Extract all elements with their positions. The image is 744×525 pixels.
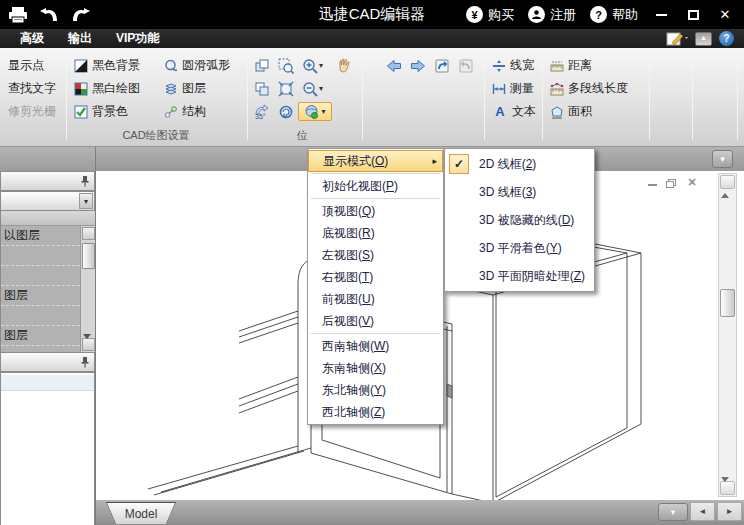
bw-drawing-button[interactable]: 黑白绘图	[74, 79, 140, 98]
property-row[interactable]	[1, 266, 80, 286]
property-row[interactable]: 图层	[1, 326, 80, 346]
minimize-button[interactable]	[652, 6, 670, 24]
zoom-in-button[interactable]: ▾	[300, 56, 332, 75]
print-icon[interactable]	[8, 6, 28, 24]
structure-button[interactable]: 结构	[164, 102, 206, 121]
vscroll-down-button[interactable]	[720, 481, 735, 495]
next-view-icon[interactable]	[408, 56, 428, 75]
bw-drawing-icon	[74, 82, 88, 96]
layout-tab-bar: Model ▾ ◄ ►	[96, 500, 744, 525]
redo-icon[interactable]	[70, 6, 92, 24]
undo-icon[interactable]	[38, 6, 60, 24]
copy-objects-icon[interactable]	[252, 56, 272, 75]
menu-item-P[interactable]: 初始化视图(P)	[308, 175, 443, 197]
menu-item-S[interactable]: 左视图(S)	[308, 244, 443, 266]
menu-item-Z[interactable]: 西北轴侧(Z)	[308, 401, 443, 423]
measure-button[interactable]: 测量	[492, 79, 534, 98]
menu-item-T[interactable]: 右视图(T)	[308, 266, 443, 288]
quick-access-toolbar	[0, 6, 92, 24]
question-icon: ?	[590, 6, 607, 23]
selection-combobox[interactable]: ▾	[0, 191, 95, 211]
svg-text:35°: 35°	[255, 113, 266, 120]
show-points-button[interactable]: 显示点	[8, 56, 44, 75]
tabbar-collapse-icon[interactable]: ▾	[658, 503, 688, 521]
submenu-item-3[interactable]: 3D 线框(3)	[445, 178, 594, 206]
zoom-previous-icon[interactable]	[276, 102, 296, 121]
scroll-thumb[interactable]	[82, 243, 95, 269]
help-button[interactable]: ? 帮助	[590, 6, 638, 24]
area-button[interactable]: 面积	[550, 102, 592, 121]
zoom-out-button[interactable]: ▾	[300, 79, 332, 98]
canvas-collapse-icon[interactable]: ▾	[712, 150, 733, 168]
yuan-icon: ¥	[466, 6, 483, 23]
menu-item-O[interactable]: 显示模式(O)▸	[308, 150, 443, 172]
second-panel-header[interactable]	[0, 352, 95, 372]
menu-advanced[interactable]: 高级	[8, 29, 56, 48]
text-icon: A	[492, 104, 508, 119]
doc-minimize-icon[interactable]	[645, 176, 659, 188]
rotate-35-icon[interactable]: 35°	[252, 102, 272, 121]
menu-vip[interactable]: VIP功能	[104, 29, 171, 48]
submenu-item-2[interactable]: ✓2D 线框(2)	[445, 150, 594, 178]
menu-item-R[interactable]: 底视图(R)	[308, 222, 443, 244]
property-row[interactable]	[1, 306, 80, 326]
property-row[interactable]: 图层	[1, 286, 80, 306]
properties-panel-header[interactable]	[0, 171, 95, 191]
distance-button[interactable]: 距离	[550, 56, 592, 75]
polyline-length-button[interactable]: 多段线长度	[550, 79, 628, 98]
edit-note-icon[interactable]	[666, 31, 688, 46]
display-mode-submenu: ✓2D 线框(2)3D 线框(3)3D 被隐藏的线(D)3D 平滑着色(Y)3D…	[444, 148, 595, 292]
pin-icon[interactable]	[80, 356, 90, 368]
vscroll-thumb[interactable]	[720, 289, 735, 317]
menu-item-U[interactable]: 前视图(U)	[308, 288, 443, 310]
zoom-window-icon[interactable]	[276, 56, 296, 75]
pin-icon[interactable]	[80, 175, 90, 187]
scroll-down-button[interactable]	[82, 338, 95, 351]
restore-view-icon[interactable]	[432, 56, 452, 75]
close-button[interactable]: ✕	[716, 6, 734, 24]
hscroll-left-button[interactable]: ◄	[690, 502, 715, 521]
maximize-button[interactable]	[684, 6, 702, 24]
ribbon: 显示点 查找文字 修剪光栅 黑色背景 黑白绘图 背景色 圆滑弧形 图层 结构 C…	[0, 48, 744, 147]
layers-icon	[164, 82, 178, 96]
background-color-button[interactable]: 背景色	[74, 102, 128, 121]
scroll-up-button[interactable]	[82, 227, 95, 240]
buy-button[interactable]: ¥ 购买	[466, 6, 514, 24]
menu-output[interactable]: 输出	[56, 29, 104, 48]
help-icon[interactable]: ?	[719, 31, 734, 46]
property-row[interactable]: 以图层	[1, 226, 80, 246]
menu-item-V[interactable]: 后视图(V)	[308, 310, 443, 332]
collapse-ribbon-icon[interactable]: ▾	[695, 32, 712, 46]
find-text-button[interactable]: 查找文字	[8, 79, 56, 98]
previous-view-icon[interactable]	[384, 56, 404, 75]
properties-scrollbar[interactable]	[80, 226, 95, 352]
property-row[interactable]	[1, 246, 80, 266]
ribbon-separator	[362, 52, 363, 140]
menu-item-Q[interactable]: 顶视图(Q)	[308, 200, 443, 222]
smooth-arc-button[interactable]: 圆滑弧形	[164, 56, 230, 75]
menu-item-X[interactable]: 东南轴侧(X)	[308, 357, 443, 379]
ribbon-separator	[692, 52, 693, 140]
hscroll-right-button[interactable]: ►	[717, 502, 742, 521]
doc-restore-icon[interactable]	[665, 176, 679, 188]
text-button[interactable]: A 文本	[492, 102, 536, 121]
line-width-button[interactable]: 线宽	[492, 56, 534, 75]
register-button[interactable]: 注册	[528, 6, 576, 24]
submenu-item-Y[interactable]: 3D 平滑着色(Y)	[445, 234, 594, 262]
submenu-item-D[interactable]: 3D 被隐藏的线(D)	[445, 206, 594, 234]
model-tab[interactable]: Model	[106, 502, 176, 524]
doc-close-icon[interactable]: ✕	[685, 176, 699, 188]
layers-button[interactable]: 图层	[164, 79, 206, 98]
selected-row[interactable]	[1, 375, 94, 391]
menu-item-Y[interactable]: 东北轴侧(Y)	[308, 379, 443, 401]
vertical-scrollbar[interactable]	[718, 173, 737, 497]
combo-dropdown-icon[interactable]: ▾	[79, 193, 93, 209]
vscroll-up-button[interactable]	[720, 175, 735, 189]
submenu-item-Z[interactable]: 3D 平面阴暗处理(Z)	[445, 262, 594, 290]
menu-item-W[interactable]: 西南轴侧(W)	[308, 335, 443, 357]
paste-objects-icon[interactable]	[252, 79, 272, 98]
pan-icon[interactable]	[334, 56, 354, 75]
black-background-button[interactable]: 黑色背景	[74, 56, 140, 75]
display-mode-button[interactable]: ▾	[298, 102, 332, 121]
zoom-extents-icon[interactable]	[276, 79, 296, 98]
